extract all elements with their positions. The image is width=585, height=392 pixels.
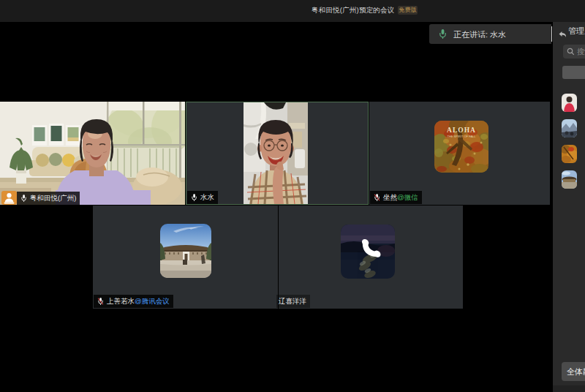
- svg-text:ALOHA: ALOHA: [447, 127, 476, 134]
- svg-text:THE SPIRIT OF FALL: THE SPIRIT OF FALL: [447, 135, 476, 138]
